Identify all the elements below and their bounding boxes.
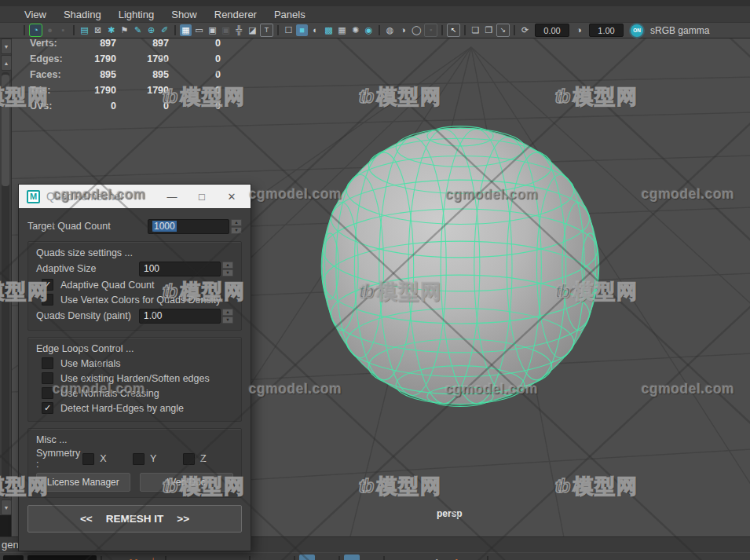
verts-icon[interactable]: ∴ [170,555,186,560]
panel-collapse-button[interactable]: ▼ [1,38,12,54]
menu-panels[interactable]: Panels [265,9,314,20]
bookmark-icon[interactable]: ⚑ [119,24,130,36]
cut-icon[interactable]: ✕ [467,555,483,560]
poly-bracket-icon[interactable]: [▫] [126,555,141,560]
all-lights-icon[interactable]: ◉ [363,24,375,36]
curve-s-icon[interactable]: ʃ [428,555,444,560]
scroll-down-button[interactable]: ▼ [1,500,12,515]
quad-draw-icon[interactable]: ◎ [344,555,360,560]
use-materials-label: Use Materials [60,358,120,369]
toolbar-divider [24,25,25,35]
occlusion-icon[interactable]: ◑ [397,24,409,36]
shadows-icon[interactable]: ◍ [384,24,396,36]
adaptive-size-stepper[interactable]: ▲▼ [222,262,233,276]
minimize-button[interactable]: — [161,191,183,203]
wireframe-on-shaded-icon[interactable]: ◐ [309,24,321,36]
menu-view[interactable]: View [16,9,55,20]
motion-blur-icon[interactable]: ◯ [411,24,423,36]
hud-value: 0 [169,53,221,64]
quads-density-stepper[interactable]: ▲▼ [222,309,233,324]
image-plane-icon[interactable]: ◪ [247,24,258,36]
camera-attributes-icon[interactable]: ▤ [79,24,90,36]
scrollbar-thumb[interactable] [2,75,9,186]
point-icon[interactable]: • [210,555,225,560]
image-brush-icon[interactable]: ✎ [132,24,144,36]
use-normals-creasing-checkbox[interactable] [42,387,53,399]
menu-show[interactable]: Show [163,9,206,20]
poly-rect-icon[interactable]: ▭ [106,555,122,560]
dialog-title: QuadRemesher [46,190,153,203]
adaptive-size-input[interactable]: 100 [139,262,221,276]
snapshot-icon[interactable]: ❏ [470,24,481,36]
menu-renderer[interactable]: Renderer [206,9,265,20]
textured-mode-icon[interactable]: ▩ [323,24,335,36]
camera-lock-icon[interactable]: ⊠ [92,24,104,36]
exposure-icon[interactable]: ⟳ [519,24,531,36]
viewport-renderer-icon[interactable]: ◔ [29,24,42,37]
use-vertex-colors-checkbox[interactable] [42,294,53,306]
shelf-dark-wide-button[interactable] [27,555,97,560]
close-button[interactable]: ✕ [221,191,243,203]
target-quad-count-stepper[interactable]: ▲▼ [231,219,242,234]
adaptive-quad-count-checkbox[interactable]: ✓ [42,279,53,291]
license-manager-button[interactable]: License Manager [36,473,130,492]
toolbar-divider [464,25,466,35]
multicut-icon[interactable]: ▤ [299,555,315,560]
grid-icon[interactable]: ▦ [180,24,192,36]
web-doc-button[interactable]: Web Doc [140,473,234,492]
wireframe-mode-icon[interactable]: ☐ [283,24,295,36]
shelf-divider [383,556,385,560]
toolbar-divider [277,25,279,35]
shelf-dark-button[interactable] [3,555,24,560]
symmetry-y-checkbox[interactable] [133,453,145,465]
dialog-titlebar[interactable]: M QuadRemesher — □ ✕ [19,185,251,208]
film-gate-icon[interactable]: ▭ [193,24,205,36]
hud-text-icon[interactable]: T [260,24,273,37]
dot-dash-icon[interactable]: ∵ [274,555,290,560]
default-light-icon[interactable]: ✺ [349,24,361,36]
detect-hard-edges-checkbox[interactable]: ✓ [42,402,53,414]
camera-settings-icon[interactable]: ✱ [105,24,117,36]
exposure-field[interactable]: 0.00 [535,24,569,37]
edge-diagonal-icon[interactable]: ➘ [190,555,206,560]
scroll-up-button[interactable]: ▲ [1,55,12,71]
relax-icon[interactable]: ◎ [364,555,379,560]
shelf-divider [338,556,340,560]
quads-density-input[interactable]: 1.00 [139,309,221,324]
curve-s2-icon[interactable]: ʃ [448,555,463,560]
gamma-field[interactable]: 1.00 [589,24,624,37]
checker-icon[interactable]: ▦ [336,24,348,36]
use-harden-soften-checkbox[interactable] [42,372,53,384]
poly-plus-icon[interactable]: ┼ [145,555,161,560]
curve-wave-icon[interactable]: ∿ [408,555,424,560]
export-buffer-icon[interactable]: ↘ [496,24,510,37]
maximize-button[interactable]: □ [191,191,213,203]
shaded-mode-icon[interactable]: ■ [296,24,308,36]
menu-lighting[interactable]: Lighting [110,9,163,20]
contrast-icon[interactable]: ◑ [573,24,585,36]
toolbar-divider [174,25,176,35]
dot-tri-icon[interactable]: ∴ [492,555,508,560]
hud-label: Tris: [30,85,88,96]
remesh-it-button[interactable]: << REMESH IT >> [27,505,242,533]
pan-zoom-icon[interactable]: ⊕ [145,24,157,36]
hud-value: 0 [88,101,116,112]
field-chart-icon[interactable]: ╬ [233,24,245,36]
color-management-toggle[interactable]: ON [631,24,643,37]
copy-buffer-icon[interactable]: ❐ [483,24,495,36]
menu-shading[interactable]: Shading [55,9,110,20]
use-materials-checkbox[interactable] [42,357,53,369]
maya-application: Verts:8978970Edges:179017900Faces:895895… [0,0,750,560]
scrollbar-track[interactable] [2,72,9,498]
hud-value: 897 [116,38,169,49]
isolate-select-icon[interactable]: ↖ [447,24,460,37]
grease-pencil-icon[interactable]: ✐ [159,24,170,36]
symmetry-z-checkbox[interactable] [183,453,195,465]
resolution-gate-icon[interactable]: ▣ [207,24,218,36]
point-pair-icon[interactable]: ∶ [229,555,245,560]
dash-icon[interactable]: ‒ [254,555,270,560]
target-quad-count-input[interactable]: 1000 [148,219,229,234]
symmetry-x-checkbox[interactable] [82,453,94,465]
curve-arc-icon[interactable]: ∿ [389,555,404,560]
target-weld-icon[interactable]: ▬ [319,555,335,560]
